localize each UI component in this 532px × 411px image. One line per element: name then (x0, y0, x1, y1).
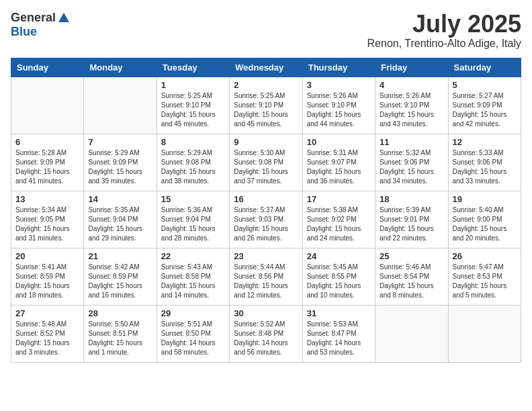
calendar-cell (375, 305, 448, 362)
day-info: Sunrise: 5:30 AM Sunset: 9:08 PM Dayligh… (234, 148, 298, 186)
day-number: 22 (161, 251, 225, 261)
calendar-cell: 30Sunrise: 5:52 AM Sunset: 8:48 PM Dayli… (230, 305, 302, 362)
day-number: 9 (234, 137, 298, 147)
calendar-week-row: 6Sunrise: 5:28 AM Sunset: 9:09 PM Daylig… (11, 134, 521, 191)
day-info: Sunrise: 5:52 AM Sunset: 8:48 PM Dayligh… (234, 320, 298, 357)
day-info: Sunrise: 5:42 AM Sunset: 8:59 PM Dayligh… (88, 263, 152, 300)
calendar-cell: 9Sunrise: 5:30 AM Sunset: 9:08 PM Daylig… (230, 134, 302, 191)
weekday-header: Monday (84, 58, 157, 77)
day-info: Sunrise: 5:26 AM Sunset: 9:10 PM Dayligh… (307, 91, 371, 129)
day-number: 12 (453, 137, 517, 147)
calendar-cell: 17Sunrise: 5:38 AM Sunset: 9:02 PM Dayli… (302, 191, 375, 248)
calendar-cell (11, 77, 84, 134)
calendar-cell: 5Sunrise: 5:27 AM Sunset: 9:09 PM Daylig… (448, 77, 521, 134)
calendar-cell: 8Sunrise: 5:29 AM Sunset: 9:08 PM Daylig… (157, 134, 229, 191)
calendar-cell: 6Sunrise: 5:28 AM Sunset: 9:09 PM Daylig… (11, 134, 84, 191)
weekday-header: Tuesday (157, 58, 229, 77)
calendar-cell (84, 77, 157, 134)
calendar-week-row: 13Sunrise: 5:34 AM Sunset: 9:05 PM Dayli… (11, 191, 521, 248)
day-number: 4 (380, 80, 443, 90)
calendar-cell: 3Sunrise: 5:26 AM Sunset: 9:10 PM Daylig… (302, 77, 375, 134)
location-title: Renon, Trentino-Alto Adige, Italy (367, 38, 521, 50)
day-number: 28 (88, 308, 152, 318)
calendar-cell: 4Sunrise: 5:26 AM Sunset: 9:10 PM Daylig… (375, 77, 448, 134)
calendar-cell: 22Sunrise: 5:43 AM Sunset: 8:58 PM Dayli… (157, 248, 229, 305)
day-info: Sunrise: 5:36 AM Sunset: 9:04 PM Dayligh… (161, 205, 225, 243)
day-info: Sunrise: 5:50 AM Sunset: 8:51 PM Dayligh… (88, 320, 152, 357)
day-info: Sunrise: 5:39 AM Sunset: 9:01 PM Dayligh… (380, 205, 443, 243)
weekday-header: Friday (375, 58, 448, 77)
day-info: Sunrise: 5:29 AM Sunset: 9:08 PM Dayligh… (161, 148, 225, 186)
day-number: 30 (234, 308, 298, 318)
day-number: 3 (307, 80, 371, 90)
calendar-cell: 29Sunrise: 5:51 AM Sunset: 8:50 PM Dayli… (157, 305, 229, 362)
day-info: Sunrise: 5:25 AM Sunset: 9:10 PM Dayligh… (161, 91, 225, 129)
day-info: Sunrise: 5:35 AM Sunset: 9:04 PM Dayligh… (88, 205, 152, 243)
calendar-cell: 19Sunrise: 5:40 AM Sunset: 9:00 PM Dayli… (448, 191, 521, 248)
day-number: 24 (307, 251, 371, 261)
day-info: Sunrise: 5:37 AM Sunset: 9:03 PM Dayligh… (234, 205, 298, 243)
day-info: Sunrise: 5:25 AM Sunset: 9:10 PM Dayligh… (234, 91, 298, 129)
day-number: 18 (380, 194, 443, 204)
calendar-cell: 18Sunrise: 5:39 AM Sunset: 9:01 PM Dayli… (375, 191, 448, 248)
calendar-cell (448, 305, 521, 362)
day-number: 23 (234, 251, 298, 261)
day-number: 20 (15, 251, 79, 261)
weekday-header: Thursday (302, 58, 375, 77)
calendar-cell: 21Sunrise: 5:42 AM Sunset: 8:59 PM Dayli… (84, 248, 157, 305)
weekday-header: Sunday (11, 58, 84, 77)
calendar-cell: 24Sunrise: 5:45 AM Sunset: 8:55 PM Dayli… (302, 248, 375, 305)
calendar-cell: 16Sunrise: 5:37 AM Sunset: 9:03 PM Dayli… (230, 191, 302, 248)
day-info: Sunrise: 5:41 AM Sunset: 8:59 PM Dayligh… (15, 263, 79, 300)
calendar-cell: 2Sunrise: 5:25 AM Sunset: 9:10 PM Daylig… (230, 77, 302, 134)
logo-general-text: General (11, 11, 56, 25)
svg-marker-0 (58, 13, 69, 22)
calendar-cell: 10Sunrise: 5:31 AM Sunset: 9:07 PM Dayli… (302, 134, 375, 191)
calendar-week-row: 1Sunrise: 5:25 AM Sunset: 9:10 PM Daylig… (11, 77, 521, 134)
calendar-week-row: 27Sunrise: 5:48 AM Sunset: 8:52 PM Dayli… (11, 305, 521, 362)
day-number: 16 (234, 194, 298, 204)
weekday-header: Saturday (448, 58, 521, 77)
day-number: 31 (307, 308, 371, 318)
day-info: Sunrise: 5:34 AM Sunset: 9:05 PM Dayligh… (15, 205, 79, 243)
calendar-cell: 1Sunrise: 5:25 AM Sunset: 9:10 PM Daylig… (157, 77, 229, 134)
day-number: 29 (161, 308, 225, 318)
day-info: Sunrise: 5:28 AM Sunset: 9:09 PM Dayligh… (15, 148, 79, 186)
day-info: Sunrise: 5:44 AM Sunset: 8:56 PM Dayligh… (234, 263, 298, 300)
day-number: 25 (380, 251, 443, 261)
calendar-cell: 7Sunrise: 5:29 AM Sunset: 9:09 PM Daylig… (84, 134, 157, 191)
day-info: Sunrise: 5:27 AM Sunset: 9:09 PM Dayligh… (453, 91, 517, 129)
day-number: 17 (307, 194, 371, 204)
logo-blue-text: Blue (11, 25, 37, 39)
calendar-cell: 14Sunrise: 5:35 AM Sunset: 9:04 PM Dayli… (84, 191, 157, 248)
calendar-cell: 27Sunrise: 5:48 AM Sunset: 8:52 PM Dayli… (11, 305, 84, 362)
day-info: Sunrise: 5:46 AM Sunset: 8:54 PM Dayligh… (380, 263, 443, 300)
day-number: 8 (161, 137, 225, 147)
day-info: Sunrise: 5:29 AM Sunset: 9:09 PM Dayligh… (88, 148, 152, 186)
calendar-cell: 23Sunrise: 5:44 AM Sunset: 8:56 PM Dayli… (230, 248, 302, 305)
day-number: 26 (453, 251, 517, 261)
calendar-cell: 12Sunrise: 5:33 AM Sunset: 9:06 PM Dayli… (448, 134, 521, 191)
day-number: 14 (88, 194, 152, 204)
day-info: Sunrise: 5:31 AM Sunset: 9:07 PM Dayligh… (307, 148, 371, 186)
day-number: 10 (307, 137, 371, 147)
calendar-week-row: 20Sunrise: 5:41 AM Sunset: 8:59 PM Dayli… (11, 248, 521, 305)
calendar-cell: 20Sunrise: 5:41 AM Sunset: 8:59 PM Dayli… (11, 248, 84, 305)
title-block: July 2025 Renon, Trentino-Alto Adige, It… (367, 11, 521, 50)
day-info: Sunrise: 5:40 AM Sunset: 9:00 PM Dayligh… (453, 205, 517, 243)
calendar-cell: 11Sunrise: 5:32 AM Sunset: 9:06 PM Dayli… (375, 134, 448, 191)
weekday-header-row: SundayMondayTuesdayWednesdayThursdayFrid… (11, 58, 521, 77)
day-number: 21 (88, 251, 152, 261)
day-number: 11 (380, 137, 443, 147)
day-number: 13 (15, 194, 79, 204)
day-info: Sunrise: 5:53 AM Sunset: 8:47 PM Dayligh… (307, 320, 371, 357)
day-info: Sunrise: 5:38 AM Sunset: 9:02 PM Dayligh… (307, 205, 371, 243)
day-info: Sunrise: 5:45 AM Sunset: 8:55 PM Dayligh… (307, 263, 371, 300)
day-info: Sunrise: 5:47 AM Sunset: 8:53 PM Dayligh… (453, 263, 517, 300)
calendar-cell: 15Sunrise: 5:36 AM Sunset: 9:04 PM Dayli… (157, 191, 229, 248)
day-number: 6 (15, 137, 79, 147)
day-number: 15 (161, 194, 225, 204)
logo: General Blue (11, 11, 71, 39)
day-info: Sunrise: 5:48 AM Sunset: 8:52 PM Dayligh… (15, 320, 79, 357)
day-info: Sunrise: 5:32 AM Sunset: 9:06 PM Dayligh… (380, 148, 443, 186)
